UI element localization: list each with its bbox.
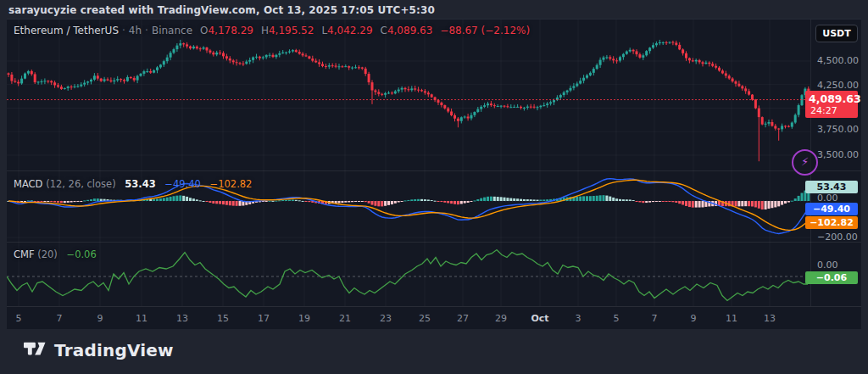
time-axis-label: 7	[57, 313, 63, 324]
indicator-value-badge: 53.43	[805, 181, 858, 193]
tradingview-logo-icon	[24, 342, 47, 360]
price-pane-canvas[interactable]	[7, 20, 861, 170]
watermark-attribution: sarayucyzie created with TradingView.com…	[8, 3, 435, 18]
time-axis-label: 11	[726, 313, 737, 324]
time-axis-label: Oct	[531, 313, 548, 324]
time-axis-label: 29	[495, 313, 507, 324]
pane-divider[interactable]	[7, 242, 861, 243]
open-value: 4,178.29	[208, 25, 253, 36]
flash-boost-icon[interactable]: ⚡	[792, 149, 818, 176]
cmf-legend[interactable]: CMF (20) −0.06	[14, 248, 97, 260]
time-axis-label: 23	[380, 313, 392, 324]
change-value: −88.67 (−2.12%)	[440, 25, 530, 36]
cmf-title: CMF	[14, 248, 35, 260]
scale-label: 0.00	[817, 260, 838, 271]
tradingview-logo-text: TradingView	[54, 340, 174, 360]
low-value: 4,042.29	[327, 25, 372, 36]
time-axis-label: 17	[258, 313, 270, 324]
cmf-value-badge: −0.06	[805, 271, 858, 284]
symbol-legend[interactable]: Ethereum / TetherUS·4h·BinanceO4,178.29H…	[14, 25, 530, 36]
legend-separator: ·	[145, 25, 148, 36]
time-axis-label: 3	[576, 313, 581, 324]
time-axis-label: 9	[97, 313, 103, 324]
time-axis-label: 13	[764, 313, 776, 324]
scale-label: 4,250.00	[817, 80, 859, 91]
tradingview-screenshot: sarayucyzie created with TradingView.com…	[0, 0, 868, 374]
time-axis-label: 13	[176, 313, 188, 324]
pane-divider[interactable]	[7, 170, 861, 171]
indicator-value-badge: −49.40	[805, 203, 858, 215]
macd-line-value: −49.40	[164, 178, 201, 190]
scale-label: 3,500.00	[817, 149, 859, 160]
time-axis-label: 9	[691, 313, 697, 324]
macd-signal-value: −102.82	[210, 178, 253, 190]
current-price-value: 4,089.63	[809, 92, 854, 105]
time-axis-label: 7	[652, 313, 658, 324]
time-axis-label: 19	[298, 313, 310, 324]
high-key: H	[261, 25, 269, 36]
cmf-params: (20)	[37, 248, 58, 260]
indicator-value-badge: −102.82	[805, 216, 858, 229]
symbol-exchange: Binance	[152, 25, 192, 36]
close-value: 4,089.63	[387, 25, 432, 36]
time-axis-label: 11	[136, 313, 147, 324]
close-key: C	[381, 25, 387, 36]
bottom-bar: TradingView	[0, 329, 868, 374]
scale-label: 3,750.00	[817, 124, 859, 135]
time-axis-label: 5	[16, 313, 22, 324]
symbol-interval: 4h	[129, 25, 142, 36]
high-value: 4,195.52	[269, 25, 314, 36]
symbol-name: Ethereum / TetherUS	[14, 25, 119, 36]
macd-params: (12, 26, close)	[46, 178, 115, 190]
macd-title: MACD	[14, 178, 42, 190]
tradingview-logo[interactable]: TradingView	[24, 340, 174, 360]
scale-label: −200.00	[817, 232, 858, 243]
time-axis-label: 27	[457, 313, 469, 324]
time-axis-label: 5	[614, 313, 620, 324]
legend-separator: ·	[122, 25, 125, 36]
cmf-pane-canvas[interactable]	[7, 242, 861, 306]
scale-label: 4,500.00	[817, 55, 859, 66]
chart-window: Ethereum / TetherUS·4h·BinanceO4,178.29H…	[7, 19, 861, 329]
macd-legend[interactable]: MACD (12, 26, close) 53.43 −49.40 −102.8…	[14, 178, 252, 190]
macd-hist-value: 53.43	[125, 178, 155, 190]
currency-toggle-button[interactable]: USDT	[815, 25, 858, 42]
cmf-value: −0.06	[67, 248, 97, 260]
bar-countdown: 24:27	[809, 105, 854, 116]
current-price-badge: 4,089.63 24:27	[805, 91, 858, 118]
time-axis-label: 21	[339, 313, 351, 324]
time-axis-label: 25	[419, 313, 431, 324]
time-axis-label: 15	[217, 313, 229, 324]
